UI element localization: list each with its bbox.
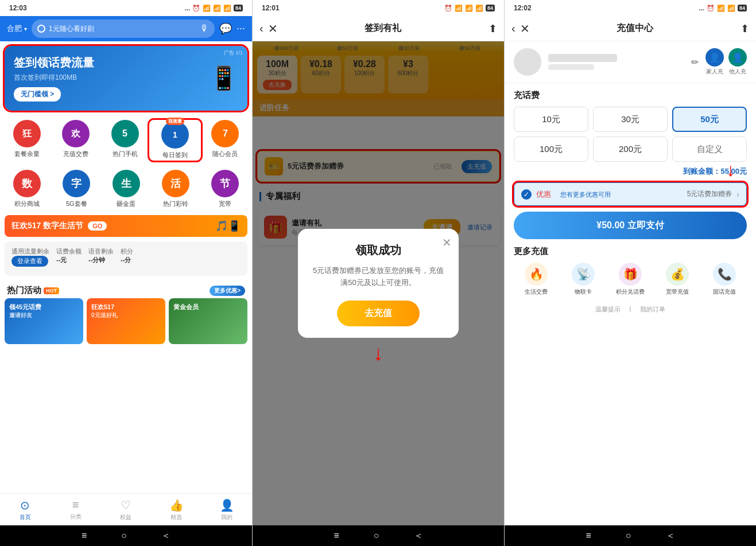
amount-30[interactable]: 30元 [593,107,668,132]
amount-grid: 10元 30元 50元 100元 200元 自定义 [514,107,747,162]
activity-title-2: 黄金会员 [173,303,243,311]
category-icon: ≡ [72,498,79,512]
activity-grid: 领45元话费 邀请好友 狂欢517 0元送好礼 黄金会员 [0,298,252,349]
login-btn[interactable]: 登录查看 [11,256,48,267]
location-text: 合肥 [7,24,22,34]
android-menu-icon-3[interactable]: ≡ [586,531,591,541]
icon-label-broadband: 宽带 [219,200,231,208]
family-icons: 👤 家人充 👤 他人充 [705,48,747,76]
check-icon: ✓ [521,189,532,200]
close-icon[interactable]: ✕ [268,22,278,36]
edit-icon[interactable]: ✏ [691,57,699,68]
more-broadband[interactable]: 💰 宽带充值 [655,263,700,296]
more-points[interactable]: 🎁 积分兑话费 [608,263,653,296]
icon-item-ringtone[interactable]: 活 热门彩铃 [151,170,200,208]
android-nav-3: ≡ ○ ＜ [505,525,756,546]
status-icons-1: ... ⏰ 📶 📶 📶 84 [185,5,243,12]
nav-benefits[interactable]: ♡ 权益 [101,498,152,521]
recharge-section: 充话费 10元 30元 50元 100元 200元 自定义 到账金额：55.00… [505,83,756,301]
other-charge-btn[interactable]: 👤 他人充 [728,48,747,76]
amount-100[interactable]: 100元 [514,136,588,162]
nav-mine[interactable]: 👤 我的 [201,498,252,521]
nav-featured[interactable]: 👍 精选 [151,498,201,521]
android-menu-icon[interactable]: ≡ [82,531,87,541]
promo-banner[interactable]: 狂欢517 数字生活节 GO 🎵📱 [5,215,247,237]
back-icon[interactable]: ‹ [259,22,263,35]
s3-profile: ✏ 👤 家人充 👤 他人充 [505,41,756,83]
iot-icon: 📡 [572,263,595,286]
family-charge-btn[interactable]: 👤 家人充 [705,48,724,76]
microphone-icon: 🎙 [200,24,209,34]
amount-10[interactable]: 10元 [514,107,588,132]
benefits-icon: ♡ [121,498,131,512]
more-life[interactable]: 🔥 生活交费 [514,263,559,296]
family-icon: 👤 [705,48,724,67]
activity-card-0[interactable]: 领45元话费 邀请好友 [5,298,83,344]
amount-50[interactable]: 50元 [672,107,747,132]
activity-sub-1: 0元送好礼 [91,311,161,319]
icon-item-member[interactable]: 7 随心会员 [201,120,250,161]
back-icon-3[interactable]: ‹ [511,22,515,35]
phone-blur [548,54,617,62]
red-arrow-coupon: ↓ [726,159,735,181]
share-icon-3[interactable]: ⬆ [741,22,749,35]
location-selector[interactable]: 合肥 ▾ [7,24,27,34]
android-home-icon[interactable]: ○ [121,531,127,541]
total-amount: 到账金额：55.00元 [514,166,747,177]
modal-action-btn[interactable]: 去充值 [337,301,420,326]
banner-btn[interactable]: 无门槛领 > [14,87,61,102]
more-landline[interactable]: 📞 固话充值 [702,263,747,296]
scroll-content-3: ✏ 👤 家人充 👤 他人充 充话费 10元 30元 50元 100元 200元 [505,41,756,525]
amount-custom[interactable]: 自定义 [672,136,747,162]
activity-card-1[interactable]: 狂欢517 0元送好礼 [87,298,165,344]
icon-item-5g[interactable]: 字 5G套餐 [52,170,101,208]
nav-home[interactable]: ⊙ 首页 [0,498,51,521]
message-icon[interactable]: 💬 [219,22,232,35]
bottom-nav-1: ⊙ 首页 ≡ 分类 ♡ 权益 👍 精选 👤 我的 [0,493,252,525]
footer-tips[interactable]: 温馨提示 [595,305,621,314]
coupon-tag: 您有更多优惠可用 [557,190,614,198]
balance-col-traffic: 通用流量剩余 登录查看 [11,247,49,267]
share-icon[interactable]: ⬆ [489,22,497,35]
status-bar-2: 12:01 ⏰ 📶 📶 📶 84 [253,0,504,16]
android-menu-icon-2[interactable]: ≡ [334,531,339,541]
search-placeholder: 1元随心看好剧 [49,24,94,34]
more-icon[interactable]: ··· [237,22,245,35]
icon-item-signin[interactable]: 1 视频量 每日签到 [149,120,200,161]
sign-in-banner[interactable]: 签到领话费流量 首次签到即得100MB 无门槛领 > 📱 广告 1/1 [5,46,247,111]
android-home-icon-3[interactable]: ○ [626,531,631,541]
icon-item-traffic[interactable]: 狂 套餐余量 [2,120,51,161]
android-back-icon-2[interactable]: ＜ [414,530,423,542]
modal-title: 领取成功 [309,243,447,258]
pay-btn[interactable]: ¥50.00 立即支付 [514,212,747,239]
search-bar[interactable]: 1元随心看好剧 🎙 [32,20,215,38]
nav-category[interactable]: ≡ 分类 [51,498,101,521]
android-home-icon-2[interactable]: ○ [374,531,379,541]
coupon-label: 优惠 您有更多优惠可用 [536,190,618,198]
icon-item-points[interactable]: 数 积分商城 [2,170,52,208]
featured-icon: 👍 [169,498,184,512]
icon-item-phone[interactable]: 5 热门手机 [100,120,149,161]
promo-icons: 🎵📱 [215,220,241,232]
activity-card-2[interactable]: 黄金会员 [169,298,247,344]
promo-go-btn[interactable]: GO [88,221,107,231]
icon-5g: 字 [63,170,90,197]
more-recharge-title: 更多充值 [514,246,747,257]
icon-item-broadband[interactable]: 节 宽带 [200,170,250,208]
icon-row-2: 数 积分商城 字 5G套餐 生 砸金蛋 活 热门彩铃 节 宽带 [0,165,252,213]
icon-item-recharge[interactable]: 欢 充值交费 [51,120,100,161]
mine-icon: 👤 [220,498,234,512]
s2-title: 签到有礼 [278,22,489,34]
modal-close-btn[interactable]: ✕ [442,236,452,249]
android-back-icon-3[interactable]: ＜ [666,530,675,542]
more-btn[interactable]: 更多优惠> [210,286,245,296]
amount-200[interactable]: 200元 [593,136,668,162]
icon-item-egg[interactable]: 生 砸金蛋 [101,170,150,208]
more-iot[interactable]: 📡 物联卡 [561,263,606,296]
section-title-hot: 热门活动 HOT 更多优惠> [0,280,252,298]
s3-coupon-row[interactable]: ✓ 优惠 您有更多优惠可用 5元话费加赠券 › [514,182,747,206]
footer-orders[interactable]: 我的订单 [640,305,665,314]
icon-egg: 生 [113,170,140,197]
close-icon-3[interactable]: ✕ [520,22,530,36]
android-back-icon[interactable]: ＜ [161,530,170,542]
